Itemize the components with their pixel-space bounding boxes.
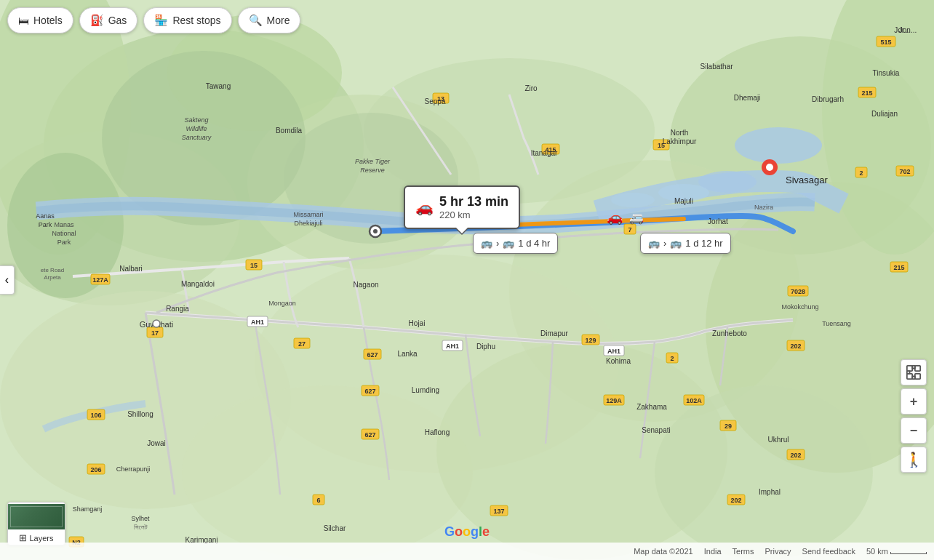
- layers-button[interactable]: ⊞ Layers: [7, 502, 65, 545]
- zoom-in-button[interactable]: +: [901, 388, 927, 415]
- hotels-label: Hotels: [33, 15, 63, 26]
- svg-text:215: 215: [861, 89, 872, 97]
- more-button[interactable]: 🔍 More: [238, 7, 301, 33]
- svg-text:2: 2: [670, 355, 674, 362]
- svg-point-152: [766, 164, 773, 171]
- svg-text:215: 215: [893, 264, 904, 271]
- scale-line: [890, 552, 927, 554]
- svg-text:Bomdila: Bomdila: [276, 127, 303, 135]
- svg-point-19: [735, 127, 822, 164]
- svg-text:Tawang: Tawang: [206, 82, 231, 90]
- region-label: India: [704, 547, 722, 556]
- rest-stops-button[interactable]: 🏪 Rest stops: [143, 7, 231, 33]
- bottom-bar: Map data ©2021 India Terms Privacy Send …: [0, 543, 934, 560]
- svg-text:🚐: 🚐: [629, 211, 644, 225]
- svg-rect-156: [907, 366, 912, 371]
- more-icon: 🔍: [249, 14, 263, 27]
- side-panel-toggle[interactable]: ‹: [0, 265, 15, 295]
- svg-text:Jowai: Jowai: [147, 439, 166, 447]
- svg-text:AH1: AH1: [446, 343, 459, 350]
- svg-text:627: 627: [364, 388, 375, 395]
- svg-text:129A: 129A: [606, 397, 622, 404]
- privacy-link[interactable]: Privacy: [765, 547, 791, 556]
- transit-option-1: 🚌 › 🚌 1 d 4 hr: [473, 233, 558, 254]
- route-time: 5 hr 13 min: [439, 194, 508, 209]
- satellite-view-button[interactable]: [901, 359, 927, 385]
- svg-text:7028: 7028: [791, 288, 805, 295]
- bus-icon-1: 🚌: [481, 238, 492, 249]
- svg-text:Senapati: Senapati: [642, 426, 670, 434]
- pegman-icon: 🚶: [905, 451, 923, 468]
- svg-text:AH1: AH1: [251, 319, 264, 326]
- svg-text:Reserve: Reserve: [360, 167, 385, 174]
- svg-text:515: 515: [880, 39, 891, 46]
- svg-point-12: [655, 385, 873, 560]
- svg-text:Lakhimpur: Lakhimpur: [663, 137, 697, 145]
- zoom-out-button[interactable]: −: [901, 417, 927, 444]
- svg-text:Nalbari: Nalbari: [119, 265, 143, 273]
- gas-label: Gas: [108, 15, 127, 26]
- route-distance: 220 km: [439, 209, 508, 220]
- gas-button[interactable]: ⛽ Gas: [79, 7, 138, 33]
- svg-rect-160: [907, 374, 912, 379]
- svg-text:Itanagar: Itanagar: [531, 149, 558, 157]
- map-controls: + − 🚶: [901, 359, 927, 473]
- svg-text:206: 206: [90, 466, 101, 473]
- svg-rect-161: [915, 374, 920, 379]
- svg-text:29: 29: [725, 423, 732, 430]
- svg-text:সিলেট: সিলেট: [134, 524, 148, 531]
- svg-text:Park: Park: [39, 221, 52, 228]
- svg-text:627: 627: [364, 431, 375, 439]
- svg-point-150: [373, 229, 378, 233]
- svg-text:Nazira: Nazira: [754, 204, 773, 211]
- street-view-button[interactable]: 🚶: [901, 447, 927, 473]
- svg-text:15: 15: [250, 262, 258, 269]
- svg-text:Dibrugarh: Dibrugarh: [812, 95, 844, 103]
- svg-text:Manas: Manas: [54, 221, 74, 228]
- svg-text:Arpeta: Arpeta: [44, 274, 61, 281]
- svg-text:Shillong: Shillong: [127, 410, 153, 418]
- svg-text:137: 137: [493, 508, 504, 515]
- svg-text:Tinsukia: Tinsukia: [873, 69, 900, 77]
- svg-text:Silchar: Silchar: [324, 524, 346, 532]
- svg-text:Park: Park: [57, 239, 71, 246]
- svg-text:102A: 102A: [686, 397, 702, 404]
- bus-icon-2: 🚌: [503, 238, 514, 249]
- terms-link[interactable]: Terms: [733, 547, 754, 556]
- hotels-button[interactable]: 🛏 Hotels: [7, 7, 73, 33]
- svg-text:127A: 127A: [92, 276, 108, 284]
- feedback-link[interactable]: Send feedback: [802, 547, 855, 556]
- transit1-time: 1 d 4 hr: [518, 238, 550, 249]
- svg-text:Majuli: Majuli: [674, 197, 693, 205]
- svg-text:Sylhet: Sylhet: [131, 515, 150, 522]
- svg-text:Aanas: Aanas: [36, 212, 55, 220]
- svg-text:Hojai: Hojai: [409, 319, 426, 327]
- svg-text:Zakhama: Zakhama: [636, 403, 667, 411]
- svg-text:Diphu: Diphu: [476, 343, 495, 351]
- svg-text:🚗: 🚗: [607, 209, 623, 225]
- svg-text:Ukhrul: Ukhrul: [768, 436, 789, 444]
- svg-text:Dhekiajuli: Dhekiajuli: [294, 220, 322, 227]
- svg-text:Wildlife: Wildlife: [186, 125, 207, 132]
- svg-text:7: 7: [628, 226, 631, 233]
- svg-text:106: 106: [90, 412, 101, 419]
- more-label: More: [267, 15, 290, 26]
- svg-text:Tuensang: Tuensang: [822, 320, 851, 327]
- svg-text:6: 6: [316, 497, 320, 504]
- chevron-left-icon: ‹: [5, 273, 9, 287]
- hotels-icon: 🛏: [18, 15, 29, 27]
- svg-text:Mongaon: Mongaon: [268, 300, 296, 307]
- svg-text:ete Road: ete Road: [41, 267, 64, 273]
- svg-text:17: 17: [151, 329, 159, 337]
- map-background: 13 127A 15 AH1 AH1 AH1 17 415 15 2 515 2…: [0, 0, 934, 560]
- svg-text:Mokokchung: Mokokchung: [781, 303, 818, 311]
- svg-rect-158: [915, 366, 920, 371]
- svg-text:Dhemaji: Dhemaji: [734, 94, 761, 102]
- svg-text:Sivasagar: Sivasagar: [786, 175, 828, 185]
- svg-text:Rangia: Rangia: [166, 305, 189, 313]
- layers-icon: ⊞: [19, 532, 27, 543]
- svg-text:Imphal: Imphal: [759, 488, 781, 496]
- svg-text:Missamari: Missamari: [293, 211, 323, 218]
- svg-rect-162: [912, 377, 915, 380]
- svg-text:North: North: [671, 129, 688, 137]
